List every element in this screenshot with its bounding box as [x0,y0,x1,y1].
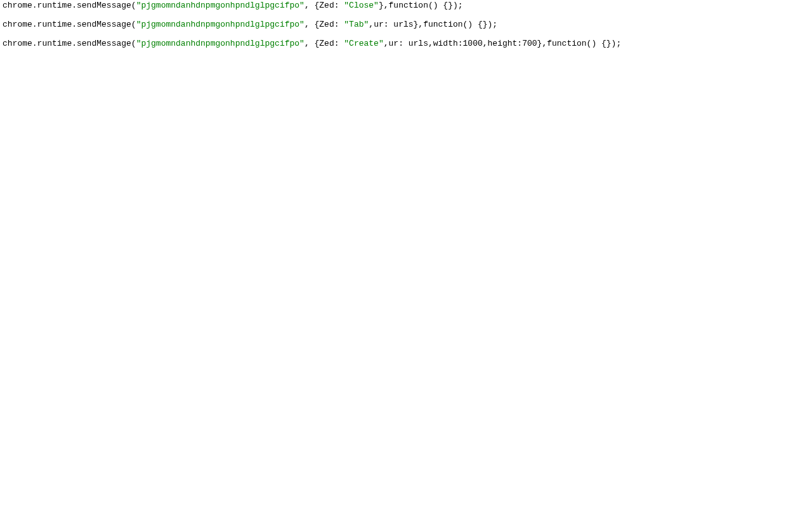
code-token-string: "Create" [344,38,383,50]
code-token-string: "Close" [344,0,379,11]
code-line: chrome.runtime.sendMessage("pjgmomndanhd… [3,0,809,19]
code-line: chrome.runtime.sendMessage("pjgmomndanhd… [3,38,809,57]
code-token: , {Zed: [304,19,344,30]
code-token-string: "pjgmomndanhdnpmgonhpndlglpgcifpo" [136,19,304,30]
code-line: chrome.runtime.sendMessage("pjgmomndanhd… [3,19,809,38]
code-token: , {Zed: [304,0,344,11]
code-token-string: "pjgmomndanhdnpmgonhpndlglpgcifpo" [136,0,304,11]
code-token-string: "pjgmomndanhdnpmgonhpndlglpgcifpo" [136,38,304,50]
code-block: chrome.runtime.sendMessage("pjgmomndanhd… [0,0,812,57]
code-token: chrome.runtime.sendMessage( [3,0,136,11]
code-token: ,ur: urls,width:1000,height:700},functio… [384,38,621,50]
code-token: },function() {}); [379,0,463,11]
code-token: , {Zed: [304,38,344,50]
code-token: ,ur: urls},function() {}); [369,19,497,30]
code-token-string: "Tab" [344,19,369,30]
code-token: chrome.runtime.sendMessage( [3,38,136,50]
code-token: chrome.runtime.sendMessage( [3,19,136,30]
